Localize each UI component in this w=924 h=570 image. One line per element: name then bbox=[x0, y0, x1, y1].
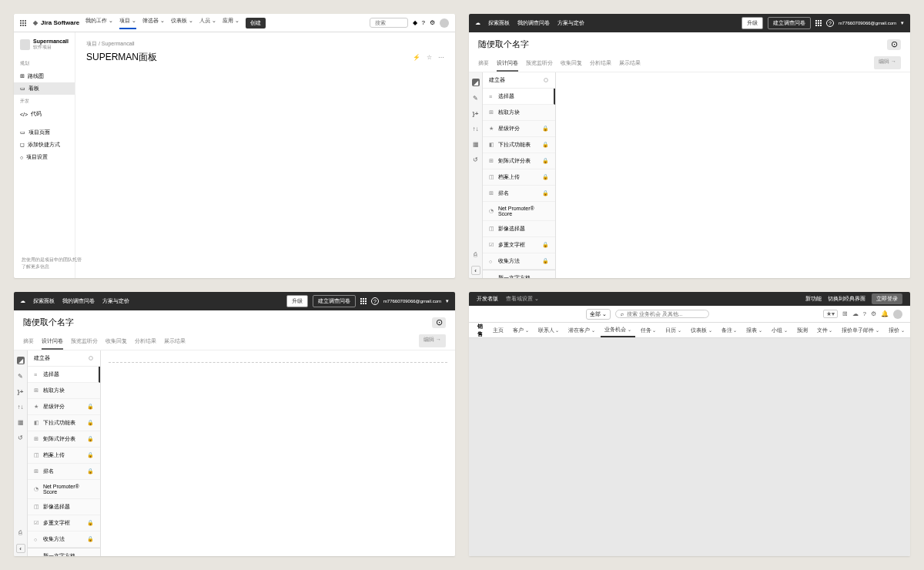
tab-present[interactable]: 展示结果 bbox=[619, 56, 641, 72]
rail-collapse[interactable]: ‹ bbox=[471, 266, 480, 275]
create-button[interactable]: 创建 bbox=[246, 18, 266, 28]
nav-filters[interactable]: 筛选器 ⌄ bbox=[142, 17, 165, 29]
tab-analyze[interactable]: 分析结果 bbox=[135, 334, 156, 350]
nav-projects[interactable]: 项目 ⌄ bbox=[119, 17, 136, 29]
question-type-item[interactable]: ···新一文字方格 bbox=[483, 270, 555, 278]
trail-icon[interactable]: ☁ bbox=[852, 310, 859, 317]
tab-preview[interactable]: 预览监听分 bbox=[71, 334, 98, 350]
rail-print-icon[interactable]: ⎙ bbox=[472, 250, 480, 258]
tab-present[interactable]: 展示结果 bbox=[164, 334, 186, 350]
question-type-item[interactable]: ···新一文字方格 bbox=[28, 548, 100, 556]
rail-options-icon[interactable]: ▦ bbox=[472, 140, 480, 148]
sf-tab[interactable]: 预测 bbox=[793, 324, 812, 337]
sf-tab[interactable]: 客户 bbox=[509, 324, 533, 337]
question-type-item[interactable]: ◧下拉式功能表🔒 bbox=[483, 137, 555, 153]
question-type-item[interactable]: ◔Net Promoter® Score bbox=[28, 480, 100, 499]
add-button[interactable]: ⊙ bbox=[887, 39, 901, 50]
survey-title[interactable]: 随便取个名字 bbox=[478, 39, 529, 50]
create-survey-button[interactable]: 建立调查问卷 bbox=[768, 17, 811, 29]
sf-tab[interactable]: 报表 bbox=[742, 324, 766, 337]
tab-summary[interactable]: 摘要 bbox=[478, 56, 489, 72]
question-type-item[interactable]: ◫影像选择题 bbox=[483, 221, 555, 237]
project-header[interactable]: Supermancall 软件项目 bbox=[14, 39, 75, 57]
sf-tab[interactable]: 业务机会 bbox=[601, 324, 635, 337]
switch-classic[interactable]: 切换到经典界面 bbox=[828, 295, 865, 303]
nav-pricing[interactable]: 方案与定价 bbox=[557, 19, 584, 27]
nav-my-surveys[interactable]: 我的调查问卷 bbox=[62, 297, 95, 305]
nav-work[interactable]: 我的工作 ⌄ bbox=[85, 17, 113, 29]
more-icon[interactable]: ⋯ bbox=[438, 54, 444, 61]
question-type-item[interactable]: ○收集方法🔒 bbox=[483, 253, 555, 270]
nav-explore[interactable]: 探索面板 bbox=[488, 19, 510, 27]
tab-design[interactable]: 设计问卷 bbox=[42, 334, 63, 350]
question-type-item[interactable]: ≡选择题 bbox=[28, 367, 100, 383]
help-icon[interactable]: ? bbox=[863, 310, 866, 317]
new-features[interactable]: 新功能 bbox=[805, 295, 822, 303]
domain-settings[interactable]: 查看域设置 ⌄ bbox=[506, 295, 539, 303]
apps-icon[interactable] bbox=[815, 20, 822, 26]
avatar[interactable] bbox=[440, 18, 449, 28]
tab-design[interactable]: 设计问卷 bbox=[497, 56, 518, 72]
question-type-item[interactable]: ◧下拉式功能表🔒 bbox=[28, 415, 100, 431]
rail-options-icon[interactable]: ▦ bbox=[17, 418, 25, 426]
help-icon[interactable]: ? bbox=[826, 19, 834, 27]
sf-tab[interactable]: 备注 bbox=[718, 324, 742, 337]
breadcrumb[interactable]: 项目 / Supermancall bbox=[86, 40, 444, 48]
sf-tab[interactable]: 日历 bbox=[661, 324, 685, 337]
create-survey-button[interactable]: 建立调查问卷 bbox=[313, 295, 356, 307]
nav-my-surveys[interactable]: 我的调查问卷 bbox=[517, 19, 550, 27]
question-type-item[interactable]: ⊞矩阵式评分表🔒 bbox=[28, 431, 100, 448]
nav-pricing[interactable]: 方案与定价 bbox=[102, 297, 129, 305]
rail-builder-icon[interactable]: ◢ bbox=[17, 357, 25, 364]
rail-format-icon[interactable]: ✎ bbox=[17, 372, 25, 380]
footer-line2[interactable]: 了解更多信息 bbox=[22, 263, 82, 270]
login-button[interactable]: 立即登录 bbox=[872, 293, 902, 304]
rail-logic-icon[interactable]: ↑↓ bbox=[472, 125, 480, 132]
edit-button[interactable]: 编辑 → bbox=[419, 334, 446, 347]
help-icon[interactable]: ? bbox=[422, 19, 425, 26]
search-input[interactable] bbox=[370, 18, 408, 28]
rail-add-icon[interactable]: }+ bbox=[472, 109, 480, 117]
share-icon[interactable]: ⚡ bbox=[413, 54, 420, 61]
dropdown-icon[interactable]: ▾ bbox=[446, 298, 449, 304]
question-type-item[interactable]: ⊞核取方块 bbox=[483, 105, 555, 121]
question-type-item[interactable]: ★星级评分🔒 bbox=[28, 399, 100, 415]
rail-collapse[interactable]: ‹ bbox=[16, 544, 25, 553]
user-email[interactable]: m77660709066@gmail.com bbox=[383, 299, 441, 303]
upgrade-button[interactable]: 升级 bbox=[286, 295, 308, 307]
question-type-item[interactable]: ○收集方法🔒 bbox=[28, 531, 100, 548]
question-type-item[interactable]: ⊞排名🔒 bbox=[483, 186, 555, 202]
user-email[interactable]: m77660709066@gmail.com bbox=[839, 21, 896, 25]
menu-shortcut[interactable]: ◻添加快捷方式 bbox=[14, 139, 75, 151]
question-type-item[interactable]: ◫档案上传🔒 bbox=[483, 169, 555, 186]
nav-people[interactable]: 人员 ⌄ bbox=[199, 17, 216, 29]
question-type-item[interactable]: ⊞矩阵式评分表🔒 bbox=[483, 153, 555, 169]
survey-title[interactable]: 随便取个名字 bbox=[23, 317, 74, 328]
sf-tab[interactable]: 报价单子邮件 bbox=[838, 324, 883, 337]
sf-tab[interactable]: 文件 bbox=[813, 324, 837, 337]
rail-logic-icon[interactable]: ↑↓ bbox=[17, 403, 25, 411]
bell-icon[interactable]: 🔔 bbox=[881, 310, 889, 317]
sf-tab[interactable]: 报价 bbox=[885, 324, 909, 337]
tab-collect[interactable]: 收集回复 bbox=[561, 56, 582, 72]
question-type-item[interactable]: ◔Net Promoter® Score bbox=[483, 202, 555, 221]
rail-builder-icon[interactable]: ◢ bbox=[472, 79, 480, 86]
menu-pages[interactable]: ▭项目页面 bbox=[14, 126, 75, 139]
nav-dashboards[interactable]: 仪表板 ⌄ bbox=[171, 17, 193, 29]
tab-analyze[interactable]: 分析结果 bbox=[590, 56, 611, 72]
help-icon[interactable]: ? bbox=[371, 297, 379, 305]
question-type-item[interactable]: ★星级评分🔒 bbox=[483, 121, 555, 137]
sv-logo-icon[interactable]: ☁ bbox=[20, 298, 25, 304]
search-input[interactable] bbox=[627, 311, 704, 317]
app-launcher-icon[interactable] bbox=[474, 327, 474, 334]
sf-tab[interactable]: 主页 bbox=[489, 324, 507, 337]
app-switcher-icon[interactable] bbox=[20, 20, 26, 26]
menu-code[interactable]: </>代码 bbox=[14, 108, 75, 120]
nav-explore[interactable]: 探索面板 bbox=[33, 297, 55, 305]
search-filter[interactable]: 全部 ⌄ bbox=[586, 309, 611, 320]
question-type-item[interactable]: ☑多重文字框🔒 bbox=[28, 515, 100, 531]
sf-tab[interactable]: 联系人 bbox=[534, 324, 564, 337]
sf-tab[interactable]: 仪表板 bbox=[687, 324, 716, 337]
rail-add-icon[interactable]: }+ bbox=[17, 387, 25, 395]
rail-print-icon[interactable]: ⎙ bbox=[17, 528, 25, 536]
